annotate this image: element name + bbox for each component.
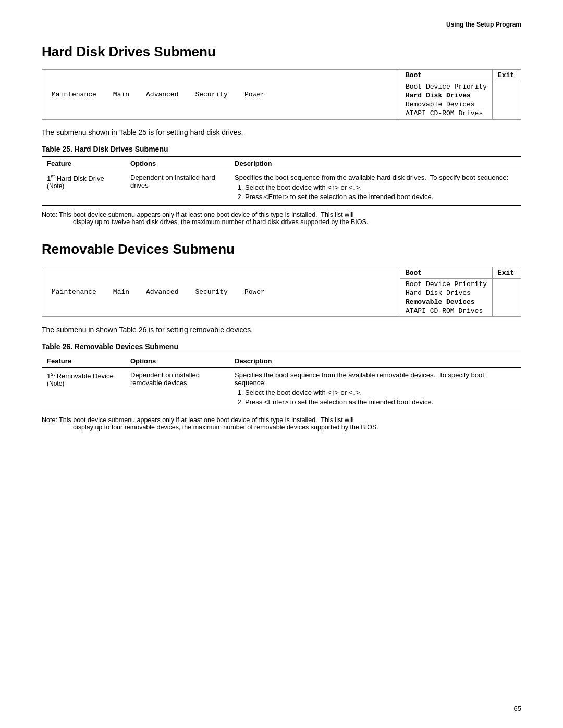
bios-menu-2-left: Maintenance Main Advanced Security Power bbox=[42, 267, 400, 316]
section1-title: Hard Disk Drives Submenu bbox=[42, 44, 521, 60]
td-desc-1: Specifies the boot sequence from the ava… bbox=[229, 170, 521, 206]
feature-note-2: (Note) bbox=[47, 380, 120, 387]
feature-label-2: 1st Removable Device bbox=[47, 371, 120, 380]
td-feature-1: 1st Hard Disk Drive (Note) bbox=[42, 170, 125, 206]
note2-line1: Note: This boot device submenu appears o… bbox=[42, 416, 353, 424]
bios2-item-power[interactable]: Power bbox=[241, 287, 268, 297]
list-item: Press <Enter> to set the selection as th… bbox=[245, 398, 516, 406]
bios-menu-1-left: Maintenance Main Advanced Security Power bbox=[42, 70, 400, 119]
table-25-header-row: Feature Options Description bbox=[42, 157, 521, 170]
desc-list-1: Select the boot device with <↑> or <↓>. … bbox=[245, 183, 516, 201]
bios2-item-advanced[interactable]: Advanced bbox=[143, 287, 181, 297]
section2-table-caption: Table 26. Removable Devices Submenu bbox=[42, 342, 521, 351]
bios2-item-security[interactable]: Security bbox=[192, 287, 230, 297]
note2-line2: display up to four removable devices, th… bbox=[42, 424, 521, 431]
bios1-boot-exit: Boot Boot Device Priority Hard Disk Driv… bbox=[400, 70, 521, 119]
table-row: 1st Removable Device (Note) Dependent on… bbox=[42, 368, 521, 411]
bios1-item-removable[interactable]: Removable Devices bbox=[400, 100, 492, 109]
bios1-exit-section: Exit bbox=[492, 70, 521, 119]
th-feature-2: Feature bbox=[42, 354, 125, 368]
page-header: Using the Setup Program bbox=[42, 21, 521, 28]
desc-list-2: Select the boot device with <↑> or <↓>. … bbox=[245, 389, 516, 406]
bios2-item-removable[interactable]: Removable Devices bbox=[400, 298, 492, 306]
th-options-2: Options bbox=[125, 354, 229, 368]
page-number: 65 bbox=[514, 705, 521, 712]
table-row: 1st Hard Disk Drive (Note) Dependent on … bbox=[42, 170, 521, 206]
section1-desc: The submenu shown in Table 25 is for set… bbox=[42, 128, 521, 137]
bios-menu-2: Maintenance Main Advanced Security Power… bbox=[42, 267, 521, 317]
td-desc-2: Specifies the boot sequence from the ava… bbox=[229, 368, 521, 411]
bios-menu-2-row: Maintenance Main Advanced Security Power… bbox=[42, 267, 521, 317]
bios2-item-hard-disk[interactable]: Hard Disk Drives bbox=[400, 289, 492, 298]
feature-note-1: (Note) bbox=[47, 182, 120, 190]
th-feature-1: Feature bbox=[42, 157, 125, 170]
th-desc-1: Description bbox=[229, 157, 521, 170]
bios1-item-hard-disk[interactable]: Hard Disk Drives bbox=[400, 91, 492, 100]
bios1-item-boot-priority[interactable]: Boot Device Priority bbox=[400, 82, 492, 91]
bios1-item-power[interactable]: Power bbox=[241, 90, 268, 100]
header-title: Using the Setup Program bbox=[446, 21, 521, 28]
section1-table-caption: Table 25. Hard Disk Drives Submenu bbox=[42, 145, 521, 153]
bios2-dropdown: Boot Device Priority Hard Disk Drives Re… bbox=[400, 279, 492, 316]
section1-note: Note: This boot device submenu appears o… bbox=[42, 211, 521, 226]
bios2-boot-exit: Boot Boot Device Priority Hard Disk Driv… bbox=[400, 267, 521, 316]
bios1-item-atapi[interactable]: ATAPI CD-ROM Drives bbox=[400, 109, 492, 118]
feature-label-1: 1st Hard Disk Drive bbox=[47, 174, 120, 182]
bios2-item-maintenance[interactable]: Maintenance bbox=[48, 287, 100, 297]
section-hard-disk: Hard Disk Drives Submenu Maintenance Mai… bbox=[42, 44, 521, 226]
table-26-header-row: Feature Options Description bbox=[42, 354, 521, 368]
bios1-boot-section: Boot Boot Device Priority Hard Disk Driv… bbox=[400, 70, 492, 119]
list-item: Press <Enter> to set the selection as th… bbox=[245, 193, 516, 201]
td-options-1: Dependent on installed hard drives bbox=[125, 170, 229, 206]
bios2-exit-section: Exit bbox=[492, 267, 521, 316]
list-item: Select the boot device with <↑> or <↓>. bbox=[245, 389, 516, 397]
td-feature-2: 1st Removable Device (Note) bbox=[42, 368, 125, 411]
list-item: Select the boot device with <↑> or <↓>. bbox=[245, 183, 516, 191]
th-options-1: Options bbox=[125, 157, 229, 170]
desc-text-1: Specifies the boot sequence from the ava… bbox=[235, 174, 516, 181]
table-25: Feature Options Description 1st Hard Dis… bbox=[42, 156, 521, 206]
bios1-item-advanced[interactable]: Advanced bbox=[143, 90, 181, 100]
bios1-dropdown: Boot Device Priority Hard Disk Drives Re… bbox=[400, 81, 492, 119]
bios2-item-atapi[interactable]: ATAPI CD-ROM Drives bbox=[400, 306, 492, 315]
bios1-exit-header[interactable]: Exit bbox=[493, 70, 521, 81]
th-desc-2: Description bbox=[229, 354, 521, 368]
section2-title: Removable Devices Submenu bbox=[42, 241, 521, 257]
bios-menu-1-row: Maintenance Main Advanced Security Power… bbox=[42, 70, 521, 119]
table-26: Feature Options Description 1st Removabl… bbox=[42, 354, 521, 411]
page: Using the Setup Program Hard Disk Drives… bbox=[0, 0, 563, 728]
section2-note: Note: This boot device submenu appears o… bbox=[42, 416, 521, 431]
bios2-item-main[interactable]: Main bbox=[110, 287, 132, 297]
bios2-item-boot-priority[interactable]: Boot Device Priority bbox=[400, 280, 492, 289]
note-line1: Note: This boot device submenu appears o… bbox=[42, 211, 353, 218]
bios2-boot-section: Boot Boot Device Priority Hard Disk Driv… bbox=[400, 267, 492, 316]
desc-text-2: Specifies the boot sequence from the ava… bbox=[235, 371, 516, 387]
td-options-2: Dependent on installed removable devices bbox=[125, 368, 229, 411]
bios1-item-security[interactable]: Security bbox=[192, 90, 230, 100]
bios2-boot-header[interactable]: Boot bbox=[400, 267, 492, 279]
bios2-exit-header[interactable]: Exit bbox=[493, 267, 521, 279]
bios1-item-main[interactable]: Main bbox=[110, 90, 132, 100]
section2-desc: The submenu in shown Table 26 is for set… bbox=[42, 326, 521, 334]
bios-menu-1: Maintenance Main Advanced Security Power… bbox=[42, 69, 521, 120]
section-removable: Removable Devices Submenu Maintenance Ma… bbox=[42, 241, 521, 431]
note-line2: display up to twelve hard disk drives, t… bbox=[42, 218, 521, 226]
bios1-item-maintenance[interactable]: Maintenance bbox=[48, 90, 100, 100]
bios1-boot-header[interactable]: Boot bbox=[400, 70, 492, 81]
